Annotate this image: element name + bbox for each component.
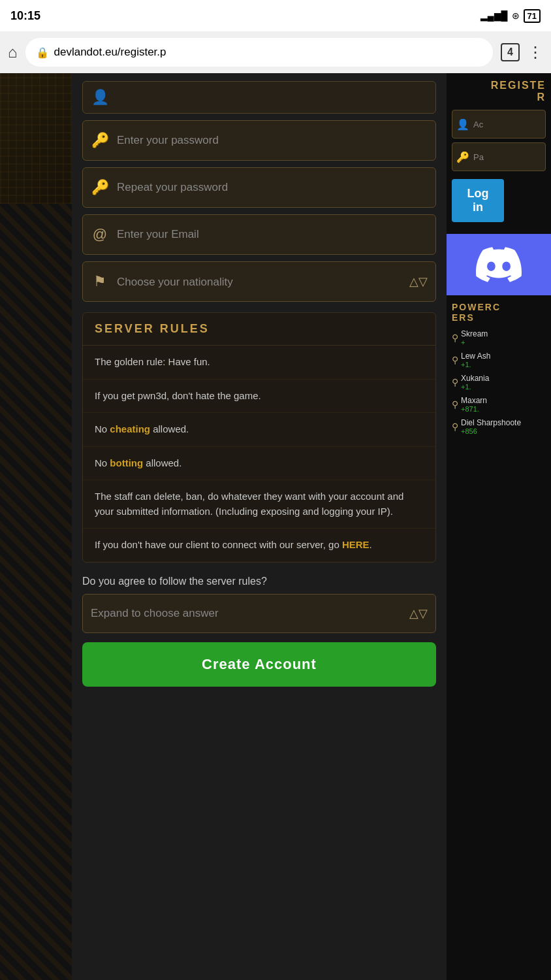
player-info-xukania: Xukania +1. xyxy=(461,374,489,391)
player-score-maxarn: +871. xyxy=(461,405,487,413)
player-icon-skream: ⚲ xyxy=(452,333,458,343)
player-name-xukania: Xukania xyxy=(461,374,489,383)
register-sidebar-section: REGISTER 👤 Ac 🔑 Pa Login xyxy=(447,73,551,229)
rule-item-3: No cheating allowed. xyxy=(83,413,435,447)
url-bar[interactable]: 🔒 devlandot.eu/register.p xyxy=(25,38,494,67)
home-button[interactable]: ⌂ xyxy=(8,43,18,61)
rule-text-2: If you get pwn3d, don't hate the game. xyxy=(95,390,261,401)
login-button[interactable]: Login xyxy=(452,179,504,222)
rule-item-4: No botting allowed. xyxy=(83,447,435,481)
signal-icon: ▂▄▆█ xyxy=(480,10,508,21)
agree-label: Do you agree to follow the server rules? xyxy=(82,576,436,587)
repeat-password-icon: 🔑 xyxy=(91,179,109,196)
server-rules-box: SERVER RULES The golden rule: Have fun. … xyxy=(82,312,436,563)
powerers-section: POWERCERS ⚲ Skream + ⚲ Lew Ash +1. ⚲ Xuk… xyxy=(447,295,551,447)
sidebar-account-row: 👤 Ac xyxy=(452,110,546,139)
cheat-highlight: cheating xyxy=(110,423,150,434)
player-name-diel: Diel Sharpshoote xyxy=(461,418,521,427)
player-info-skream: Skream + xyxy=(461,329,488,346)
rule-item-5: The staff can delete, ban, do whatever t… xyxy=(83,480,435,529)
sidebar-password-icon: 🔑 xyxy=(456,151,469,163)
sidebar-account-placeholder: Ac xyxy=(473,120,483,129)
password-input[interactable] xyxy=(117,121,428,160)
player-icon-lewash: ⚲ xyxy=(452,355,458,365)
bot-highlight: botting xyxy=(110,457,143,468)
player-row-xukania: ⚲ Xukania +1. xyxy=(452,374,546,391)
player-name-lewash: Lew Ash xyxy=(461,351,490,361)
username-input-partial: 👤 xyxy=(82,81,436,114)
player-info-maxarn: Maxarn +871. xyxy=(461,396,487,413)
agree-select[interactable]: Expand to choose answer Yes, I agree No,… xyxy=(91,595,401,632)
player-row-maxarn: ⚲ Maxarn +871. xyxy=(452,396,546,413)
create-account-button[interactable]: Create Account xyxy=(82,642,436,687)
rule-text-5: The staff can delete, ban, do whatever t… xyxy=(95,491,403,517)
password-field-group: 🔑 xyxy=(82,120,436,161)
tab-count[interactable]: 4 xyxy=(501,43,520,61)
here-link[interactable]: HERE xyxy=(342,539,370,550)
discord-logo-icon xyxy=(476,242,522,287)
player-info-lewash: Lew Ash +1. xyxy=(461,351,490,368)
left-decoration xyxy=(0,73,72,204)
email-field-group: @ xyxy=(82,214,436,255)
player-row-lewash: ⚲ Lew Ash +1. xyxy=(452,351,546,368)
rule-item-6: If you don't have our client to connect … xyxy=(83,529,435,562)
main-form-area: 👤 🔑 🔑 @ ⚑ Choose your nationality △▽ S xyxy=(72,73,447,980)
page-content: 👤 🔑 🔑 @ ⚑ Choose your nationality △▽ S xyxy=(0,73,551,980)
status-bar: 10:15 ▂▄▆█ ⊛ 71 xyxy=(0,0,551,31)
user-icon: 👤 xyxy=(91,89,109,106)
player-row-diel: ⚲ Diel Sharpshoote +856 xyxy=(452,418,546,435)
rule-text-4: No botting allowed. xyxy=(95,457,181,468)
server-rules-title: SERVER RULES xyxy=(83,313,435,346)
player-name-skream: Skream xyxy=(461,329,488,338)
nationality-select[interactable]: Choose your nationality xyxy=(117,262,401,301)
email-icon: @ xyxy=(91,226,109,243)
player-icon-maxarn: ⚲ xyxy=(452,399,458,410)
email-input[interactable] xyxy=(117,215,428,254)
wifi-icon: ⊛ xyxy=(512,10,520,21)
right-sidebar: REGISTER 👤 Ac 🔑 Pa Login POWERCERS xyxy=(447,73,551,980)
player-score-xukania: +1. xyxy=(461,383,489,391)
player-row-skream: ⚲ Skream + xyxy=(452,329,546,346)
sidebar-user-icon: 👤 xyxy=(456,118,469,131)
repeat-password-input[interactable] xyxy=(117,168,428,207)
battery-icon: 71 xyxy=(524,9,541,23)
rule-item-1: The golden rule: Have fun. xyxy=(83,346,435,380)
sidebar-password-row: 🔑 Pa xyxy=(452,142,546,171)
left-strip xyxy=(0,73,72,980)
browser-bar: ⌂ 🔒 devlandot.eu/register.p 4 ⋮ xyxy=(0,31,551,73)
nationality-chevron-icon: △▽ xyxy=(409,274,428,289)
powerers-title: POWERCERS xyxy=(452,302,546,323)
rule-text-6: If you don't have our client to connect … xyxy=(95,539,372,550)
lock-icon: 🔒 xyxy=(36,46,49,59)
password-icon: 🔑 xyxy=(91,132,109,149)
sidebar-password-placeholder: Pa xyxy=(473,152,484,162)
rule-text-3: No cheating allowed. xyxy=(95,423,189,434)
player-icon-xukania: ⚲ xyxy=(452,377,458,387)
player-score-diel: +856 xyxy=(461,427,521,435)
discord-section[interactable] xyxy=(447,234,551,295)
player-score-lewash: +1. xyxy=(461,361,490,368)
status-time: 10:15 xyxy=(10,9,40,23)
repeat-password-field-group: 🔑 xyxy=(82,167,436,208)
rule-item-2: If you get pwn3d, don't hate the game. xyxy=(83,380,435,414)
register-sidebar-title: REGISTER xyxy=(452,80,546,103)
player-icon-diel: ⚲ xyxy=(452,421,458,432)
status-icons: ▂▄▆█ ⊛ 71 xyxy=(480,9,541,23)
nationality-icon: ⚑ xyxy=(91,273,109,290)
nationality-field-group: ⚑ Choose your nationality △▽ xyxy=(82,261,436,302)
rule-text-1: The golden rule: Have fun. xyxy=(95,356,210,367)
player-info-diel: Diel Sharpshoote +856 xyxy=(461,418,521,435)
expand-answer-group: Expand to choose answer Yes, I agree No,… xyxy=(82,594,436,633)
expand-chevron-icon: △▽ xyxy=(409,606,428,621)
player-score-skream: + xyxy=(461,338,488,346)
player-name-maxarn: Maxarn xyxy=(461,396,487,405)
url-text: devlandot.eu/register.p xyxy=(54,46,166,59)
menu-dots[interactable]: ⋮ xyxy=(527,43,543,61)
